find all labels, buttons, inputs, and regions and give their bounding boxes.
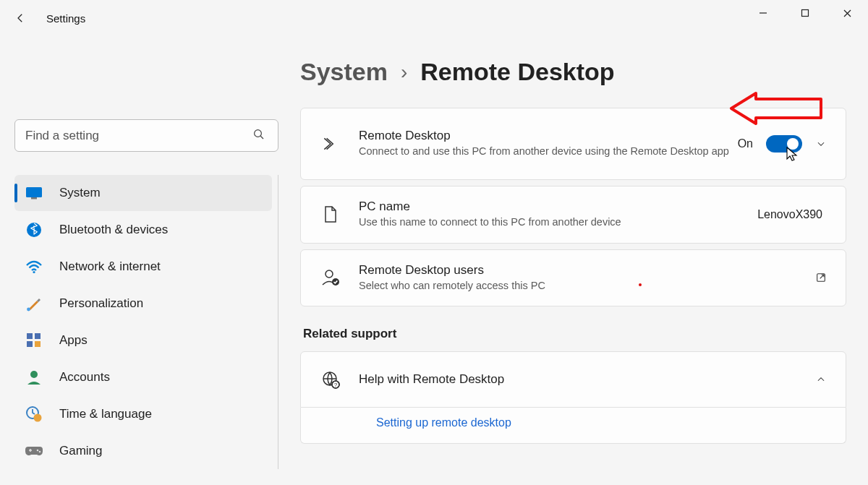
search-input[interactable] bbox=[14, 119, 278, 152]
svg-point-4 bbox=[255, 130, 262, 137]
window-controls bbox=[742, 0, 868, 26]
display-icon bbox=[25, 184, 43, 202]
card-remote-users[interactable]: Remote Desktop users Select who can remo… bbox=[300, 249, 846, 307]
back-button[interactable] bbox=[7, 5, 33, 31]
user-check-icon bbox=[320, 267, 341, 288]
breadcrumb-parent[interactable]: System bbox=[300, 58, 388, 86]
sidebar-item-bluetooth[interactable]: Bluetooth & devices bbox=[14, 212, 272, 248]
related-support-heading: Related support bbox=[303, 327, 846, 341]
sidebar-item-accounts[interactable]: Accounts bbox=[14, 359, 272, 395]
open-external-icon bbox=[815, 272, 827, 283]
svg-point-20 bbox=[326, 270, 333, 278]
document-icon bbox=[320, 204, 341, 226]
sidebar-item-label: Personalization bbox=[59, 296, 143, 311]
minimize-button[interactable] bbox=[742, 0, 784, 26]
chevron-up-icon[interactable] bbox=[815, 374, 827, 385]
svg-rect-11 bbox=[27, 333, 33, 339]
maximize-button[interactable] bbox=[784, 0, 826, 26]
sidebar-item-network[interactable]: Network & internet bbox=[14, 249, 272, 285]
svg-text:?: ? bbox=[334, 382, 338, 388]
sidebar-item-gaming[interactable]: Gaming bbox=[14, 433, 272, 469]
close-button[interactable] bbox=[826, 0, 868, 26]
app-title: Settings bbox=[46, 12, 85, 25]
card-title: Remote Desktop users bbox=[359, 263, 815, 278]
pc-name-value: LenovoX390 bbox=[757, 208, 822, 221]
setup-remote-desktop-link[interactable]: Setting up remote desktop bbox=[376, 416, 511, 439]
sidebar-item-time-language[interactable]: Time & language bbox=[14, 396, 272, 432]
clock-globe-icon bbox=[25, 405, 43, 424]
svg-rect-1 bbox=[802, 10, 809, 17]
sidebar-item-label: Time & language bbox=[59, 407, 152, 421]
sidebar-item-system[interactable]: System bbox=[14, 175, 272, 211]
svg-rect-12 bbox=[35, 333, 41, 339]
sidebar-item-label: Bluetooth & devices bbox=[59, 223, 168, 237]
paintbrush-icon bbox=[25, 294, 43, 313]
card-desc: Connect to and use this PC from another … bbox=[359, 145, 738, 159]
card-title: Help with Remote Desktop bbox=[359, 372, 815, 387]
card-pc-name: PC name Use this name to connect to this… bbox=[300, 186, 846, 244]
annotation-dot bbox=[639, 283, 642, 286]
person-icon bbox=[25, 368, 43, 387]
card-title: PC name bbox=[359, 199, 757, 214]
svg-point-17 bbox=[34, 414, 42, 422]
sidebar-item-label: Network & internet bbox=[59, 259, 161, 274]
card-desc: Use this name to connect to this PC from… bbox=[359, 215, 757, 230]
svg-point-9 bbox=[33, 271, 35, 273]
svg-rect-6 bbox=[26, 187, 42, 197]
svg-rect-14 bbox=[35, 341, 41, 347]
titlebar: Settings bbox=[0, 0, 868, 36]
sidebar-item-label: System bbox=[59, 186, 101, 200]
breadcrumb-current: Remote Desktop bbox=[420, 58, 614, 86]
chevron-down-icon[interactable] bbox=[815, 138, 827, 150]
search-icon bbox=[252, 128, 265, 144]
sidebar-item-label: Apps bbox=[59, 333, 88, 348]
svg-point-10 bbox=[27, 308, 30, 312]
svg-point-18 bbox=[37, 450, 39, 452]
remote-desktop-icon bbox=[320, 133, 341, 155]
globe-help-icon: ? bbox=[320, 369, 341, 390]
toggle-state-label: On bbox=[738, 137, 753, 150]
card-help[interactable]: ? Help with Remote Desktop bbox=[300, 351, 846, 408]
sidebar-item-label: Gaming bbox=[59, 444, 103, 458]
svg-rect-13 bbox=[27, 341, 33, 347]
svg-point-19 bbox=[39, 451, 41, 453]
svg-line-5 bbox=[260, 136, 263, 139]
annotation-arrow bbox=[727, 90, 828, 134]
apps-icon bbox=[25, 331, 43, 350]
sidebar-item-personalization[interactable]: Personalization bbox=[14, 286, 272, 322]
bluetooth-icon bbox=[25, 220, 43, 239]
breadcrumb: System › Remote Desktop bbox=[300, 58, 846, 86]
card-desc: Select who can remotely access this PC bbox=[359, 279, 815, 293]
svg-rect-7 bbox=[31, 197, 37, 199]
sidebar-item-label: Accounts bbox=[59, 370, 110, 385]
remote-desktop-toggle[interactable] bbox=[766, 135, 802, 153]
sidebar-item-apps[interactable]: Apps bbox=[14, 322, 272, 359]
nav-list: System Bluetooth & devices Network & int… bbox=[14, 175, 278, 469]
sidebar: System Bluetooth & devices Network & int… bbox=[0, 36, 286, 485]
svg-point-15 bbox=[30, 371, 38, 378]
wifi-icon bbox=[25, 257, 43, 276]
gamepad-icon bbox=[25, 442, 43, 460]
help-link-row: Setting up remote desktop bbox=[300, 408, 846, 444]
card-title: Remote Desktop bbox=[359, 129, 738, 143]
chevron-right-icon: › bbox=[401, 61, 407, 84]
